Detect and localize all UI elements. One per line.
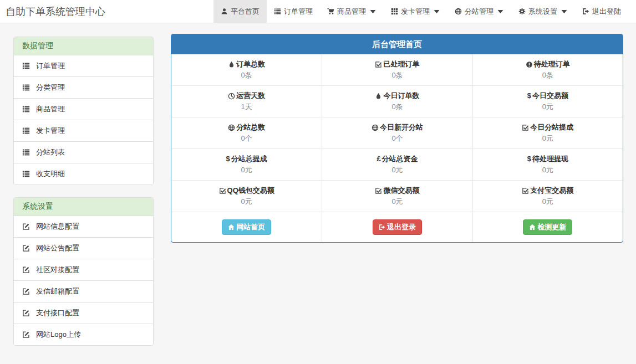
dollar-icon: $: [527, 90, 531, 101]
nav-item-order-manage[interactable]: 订单管理: [267, 0, 320, 23]
sidebar-item-income-expense-detail[interactable]: 收支明细: [14, 163, 153, 184]
sidebar-panel-data-manage: 数据管理订单管理分类管理商品管理发卡管理分站列表收支明细: [13, 37, 154, 185]
sidebar-item-mail-sender-config[interactable]: 发信邮箱配置: [14, 280, 153, 302]
stat-today-new-substations: 今日新开分站0个: [322, 117, 472, 148]
stats-row: QQ钱包交易额0元微信交易额0元支付宝交易额0元: [171, 180, 623, 212]
caret-down-icon: [560, 8, 568, 15]
globe-icon: [455, 8, 462, 15]
site-home-button[interactable]: 网站首页: [222, 219, 271, 235]
stat-label-text: 支付宝交易额: [530, 185, 573, 196]
sidebar-item-category-management[interactable]: 分类管理: [14, 76, 153, 98]
nav-item-system-settings[interactable]: 系统设置: [511, 0, 575, 23]
check-update-button[interactable]: 检测更新: [523, 219, 572, 235]
nav-item-label: 分站管理: [465, 7, 493, 17]
stat-label: $分站总提成: [171, 153, 322, 165]
caret-down-icon: [433, 8, 440, 15]
tint-icon: [228, 61, 235, 68]
dollar-icon: $: [527, 153, 531, 165]
stat-value: 0元: [473, 165, 623, 176]
check-square-icon: [375, 187, 382, 194]
stat-value: 0元: [322, 196, 472, 207]
stat-label: 已处理订单: [322, 59, 472, 70]
dollar-icon: $: [226, 153, 230, 165]
stat-qq-wallet-transaction: QQ钱包交易额0元: [171, 181, 322, 212]
sidebar-item-label: 网站公告配置: [36, 243, 79, 253]
sidebar-item-order-management[interactable]: 订单管理: [14, 55, 153, 76]
sidebar-item-label: 商品管理: [36, 104, 65, 114]
sidebar-panel-title: 系统设置: [14, 198, 153, 216]
nav-item-card-manage[interactable]: 发卡管理: [384, 0, 447, 23]
sidebar-item-card-management[interactable]: 发卡管理: [14, 120, 153, 141]
stat-value: 0个: [322, 133, 472, 144]
action-buttons-row: 网站首页退出登录检测更新: [171, 212, 623, 242]
sidebar-item-site-logo-upload[interactable]: 网站Logo上传: [14, 324, 153, 345]
stat-pending-orders: 待处理订单0条: [472, 54, 623, 85]
check-square-icon: [219, 187, 226, 194]
stat-label: 支付宝交易额: [473, 185, 623, 196]
stat-wechat-transaction: 微信交易额0元: [322, 181, 472, 212]
clock-icon: [228, 93, 235, 100]
stat-label-text: 待处理提现: [532, 153, 568, 165]
list-icon: [22, 127, 30, 135]
top-navbar: 自助下单系统管理中心 平台首页订单管理商品管理发卡管理分站管理系统设置退出登陆: [0, 0, 636, 23]
stat-label-text: 分站总数: [236, 122, 265, 133]
stat-label: 待处理订单: [473, 59, 623, 70]
stat-label: 运营天数: [171, 90, 322, 101]
stat-value: 0元: [322, 165, 472, 176]
sidebar-panel-title: 数据管理: [14, 37, 153, 55]
stat-value: 0条: [322, 101, 472, 112]
globe-icon: [372, 124, 379, 131]
top-nav: 平台首页订单管理商品管理发卡管理分站管理系统设置退出登陆: [213, 0, 628, 23]
stats-row: 运营天数1天今日订单数0条$今日交易额0元: [171, 85, 623, 117]
stat-label: 今日分站提成: [473, 122, 623, 133]
stat-label-text: 今日交易额: [532, 90, 568, 101]
stats-row: 分站总数0个今日新开分站0个今日分站提成0元: [171, 117, 623, 148]
list-icon: [22, 62, 30, 70]
stat-value: 0元: [473, 133, 623, 144]
sidebar-item-site-info-config[interactable]: 网站信息配置: [14, 216, 153, 237]
stats-row: $分站总提成0元£分站总资金0元$待处理提现0元: [171, 148, 623, 180]
logout-button[interactable]: 退出登录: [373, 219, 422, 235]
stat-label: 今日订单数: [322, 90, 472, 101]
sidebar: 数据管理订单管理分类管理商品管理发卡管理分站列表收支明细系统设置网站信息配置网站…: [13, 37, 154, 358]
list-icon: [22, 170, 30, 178]
nav-item-substation-manage[interactable]: 分站管理: [447, 0, 511, 23]
stat-label: $今日交易额: [473, 90, 623, 101]
user-icon: [221, 8, 228, 15]
sidebar-item-substation-list[interactable]: 分站列表: [14, 141, 153, 163]
sidebar-item-product-management[interactable]: 商品管理: [14, 98, 153, 120]
stat-label-text: 微信交易额: [383, 185, 419, 196]
dashboard-panel: 后台管理首页 订单总数0条已处理订单0条待处理订单0条运营天数1天今日订单数0条…: [171, 34, 623, 243]
nav-item-label: 发卡管理: [401, 7, 430, 17]
action-button-label: 检测更新: [537, 223, 566, 232]
gear-icon: [518, 8, 526, 15]
sidebar-item-site-notice-config[interactable]: 网站公告配置: [14, 237, 153, 259]
nav-item-label: 系统设置: [528, 7, 557, 17]
check-square-icon: [522, 187, 529, 194]
stat-pending-withdrawal: $待处理提现0元: [472, 149, 623, 180]
stat-label: £分站总资金: [322, 153, 472, 165]
stat-processed-orders: 已处理订单0条: [322, 54, 472, 85]
stat-today-substation-commission: 今日分站提成0元: [472, 117, 623, 148]
stat-label: 订单总数: [171, 59, 322, 70]
check-square-icon: [375, 61, 382, 68]
stat-operating-days: 运营天数1天: [171, 86, 322, 117]
page-content: 数据管理订单管理分类管理商品管理发卡管理分站列表收支明细系统设置网站信息配置网站…: [0, 23, 636, 358]
sidebar-panel-system-settings: 系统设置网站信息配置网站公告配置社区对接配置发信邮箱配置支付接口配置网站Logo…: [13, 197, 154, 346]
list-icon: [22, 84, 30, 91]
nav-item-platform-home[interactable]: 平台首页: [213, 0, 267, 23]
stat-value: 1天: [171, 101, 322, 112]
nav-item-product-manage[interactable]: 商品管理: [320, 0, 384, 23]
sidebar-item-community-connect-config[interactable]: 社区对接配置: [14, 259, 153, 280]
sidebar-item-payment-api-config[interactable]: 支付接口配置: [14, 302, 153, 324]
stat-alipay-transaction: 支付宝交易额0元: [472, 181, 623, 212]
stat-label-text: 运营天数: [236, 90, 265, 101]
stat-label-text: QQ钱包交易额: [227, 185, 274, 196]
nav-item-label: 商品管理: [337, 7, 366, 17]
home-icon: [228, 224, 235, 230]
check-square-icon: [522, 124, 529, 131]
edit-icon: [22, 244, 30, 252]
nav-item-logout[interactable]: 退出登陆: [575, 0, 628, 23]
signout-icon: [379, 224, 385, 230]
stat-value: 0元: [473, 196, 623, 207]
